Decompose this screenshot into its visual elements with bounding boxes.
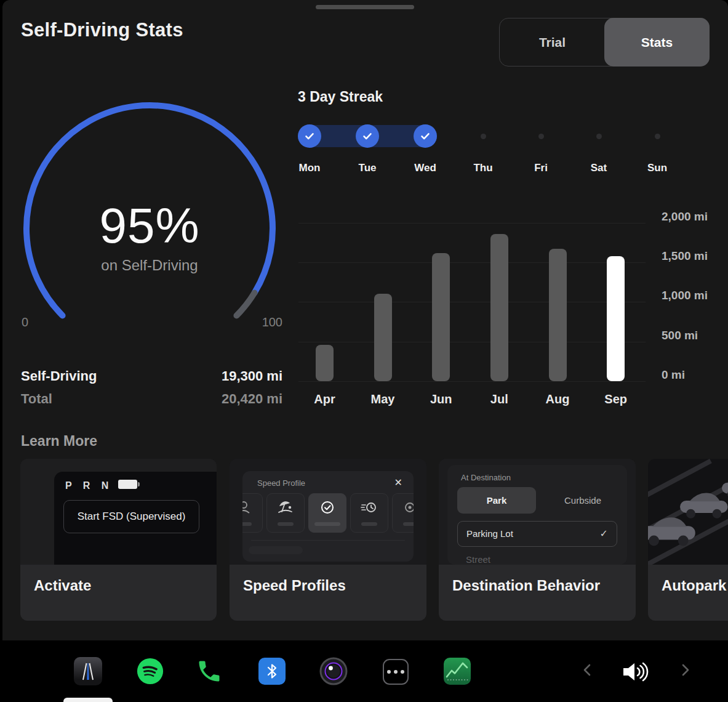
speed-tile-cut-left — [242, 493, 263, 533]
energy-app-icon[interactable] — [444, 658, 471, 685]
card-autopark-thumbnail — [648, 459, 728, 565]
check-icon: ✓ — [600, 528, 608, 539]
self-driving-row: Self-Driving 19,300 mi — [21, 367, 282, 390]
chart-gridline — [298, 342, 646, 342]
speed-profile-dialog-title: Speed Profile — [257, 478, 305, 488]
streak-day-empty-dot — [481, 134, 486, 139]
ellipsis-dot — [394, 670, 398, 674]
spotify-app-icon[interactable] — [137, 658, 164, 687]
at-destination-label: At Destination — [461, 473, 511, 482]
destination-mini-panel: At Destination Park Curbside Parking Lot… — [447, 465, 627, 565]
bottom-sheet-handle[interactable] — [63, 698, 113, 702]
main-panel: Self-Driving Stats Trial Stats 95% on Se… — [2, 0, 728, 640]
chart-bar-jul — [490, 234, 508, 381]
self-driving-value: 19,300 mi — [222, 368, 282, 384]
chart-bar-jun — [432, 253, 450, 381]
media-previous-button[interactable] — [582, 663, 592, 679]
card-activate-strip: Activate — [20, 565, 217, 621]
beach-umbrella-icon — [278, 499, 294, 515]
volume-button[interactable] — [620, 659, 649, 687]
street-option-cut: Street — [466, 554, 490, 565]
bluetooth-app-icon[interactable] — [258, 658, 286, 685]
segment-curbside: Curbside — [546, 487, 620, 514]
ellipsis-dot — [401, 670, 404, 674]
chart-x-label: Apr — [305, 392, 345, 406]
chart-gridline — [298, 381, 646, 382]
card-autopark-strip: Autopark — [648, 565, 728, 621]
chevron-right-icon — [681, 663, 690, 677]
parked-cars-image — [648, 459, 728, 565]
chart-gridline — [298, 302, 646, 302]
check-icon — [303, 129, 316, 143]
badge-check-icon — [319, 499, 335, 515]
speed-tile-cut-right — [392, 493, 414, 533]
total-value: 20,420 mi — [222, 391, 282, 407]
chart-y-label: 2,000 mi — [662, 210, 708, 224]
bluetooth-icon — [263, 662, 281, 680]
more-apps-icon[interactable] — [383, 659, 409, 685]
segment-park-selected: Park — [457, 487, 536, 514]
speed-tile-speedy — [350, 493, 388, 533]
self-driving-gauge: 95% on Self-Driving 0 100 — [14, 100, 285, 334]
card-speed-profiles[interactable]: Speed Profile ✕ — [230, 459, 426, 621]
chart-bar-aug — [549, 249, 567, 381]
streak-day-label: Tue — [346, 162, 389, 174]
speed-tile-chill — [266, 493, 305, 533]
dock — [0, 640, 728, 702]
gauge-min-label: 0 — [22, 315, 28, 329]
streak-day-label: Sat — [577, 162, 620, 174]
gauge-sublabel: on Self-Driving — [14, 257, 285, 274]
start-fsd-button: Start FSD (Supervised) — [63, 500, 199, 533]
card-speed-profiles-label: Speed Profiles — [243, 577, 426, 594]
fsd-mini-screenshot: P R N D Start FSD (Supervised) — [54, 472, 217, 565]
streak-day-label: Sun — [636, 162, 679, 174]
chart-gridline — [298, 262, 646, 263]
miles-chart-y-axis: 0 mi500 mi1,000 mi1,500 mi2,000 mi — [662, 216, 726, 381]
phone-app-icon[interactable] — [196, 658, 223, 687]
streak-day-empty-dot — [655, 134, 660, 139]
page-title: Self-Driving Stats — [21, 19, 183, 41]
chart-line-icon — [444, 658, 471, 685]
mileage-stats: Self-Driving 19,300 mi Total 20,420 mi — [21, 367, 282, 413]
speed-clock-icon — [361, 499, 378, 515]
drag-handle[interactable] — [316, 5, 414, 9]
chart-gridline — [298, 223, 646, 224]
chart-x-label: May — [363, 392, 402, 406]
speaker-icon — [620, 659, 649, 685]
media-next-button[interactable] — [681, 663, 690, 679]
chart-x-label: Jun — [422, 392, 461, 406]
chart-x-label: Sep — [596, 392, 636, 406]
total-row: Total 20,420 mi — [21, 390, 282, 413]
card-activate-thumbnail: P R N D Start FSD (Supervised) — [20, 459, 217, 565]
card-destination-label: Destination Behavior — [452, 577, 636, 594]
card-destination-behavior[interactable]: At Destination Park Curbside Parking Lot… — [439, 459, 636, 621]
camera-app-icon[interactable] — [319, 657, 348, 688]
parking-dropdown: Parking Lot ✓ — [457, 521, 617, 547]
streak-day-label: Mon — [288, 162, 331, 174]
autopilot-app-icon[interactable] — [74, 657, 102, 685]
gauge-max-label: 100 — [262, 315, 282, 329]
close-icon: ✕ — [394, 477, 402, 488]
streak-day-checked — [414, 124, 437, 148]
battery-nub — [138, 482, 140, 486]
miles-chart-plot: AprMayJunJulAugSep — [298, 216, 646, 406]
self-driving-label: Self-Driving — [21, 368, 97, 384]
streak-day-empty-dot — [596, 134, 602, 139]
chart-x-label: Aug — [538, 392, 577, 406]
card-activate[interactable]: P R N D Start FSD (Supervised) Activate — [20, 459, 217, 621]
tab-trial[interactable]: Trial — [500, 18, 605, 66]
streak-title: 3 Day Streak — [298, 89, 383, 105]
learn-more-title: Learn More — [21, 433, 97, 450]
chart-x-label: Jul — [479, 392, 519, 406]
tab-stats[interactable]: Stats — [604, 18, 710, 67]
card-autopark[interactable]: Autopark — [648, 459, 728, 621]
gauge-value: 95% — [14, 198, 285, 254]
chart-bar-may — [374, 294, 392, 381]
streak-day-label: Thu — [462, 162, 505, 174]
chart-bar-apr — [316, 345, 334, 381]
check-icon — [361, 129, 374, 143]
streak-day-label: Fri — [519, 162, 562, 174]
streak-day-checked — [298, 124, 321, 148]
trial-stats-toggle: Trial Stats — [499, 18, 710, 67]
speed-profile-mini-dialog: Speed Profile ✕ — [242, 471, 414, 562]
